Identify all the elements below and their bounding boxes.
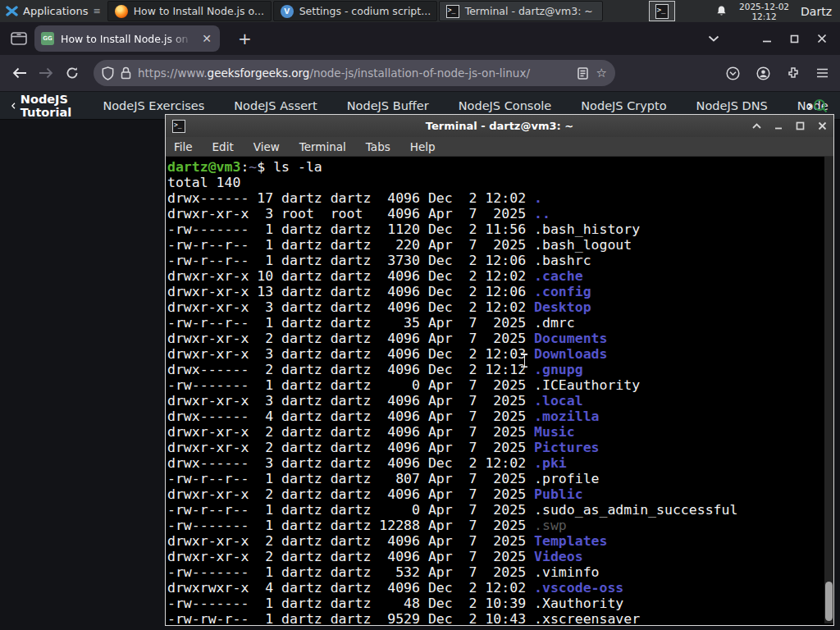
terminal-scrollbar[interactable] bbox=[824, 157, 833, 623]
file-name: Public bbox=[534, 486, 583, 502]
terminal-line: drwxrwxr-x 4 dartz dartz 4096 Dec 2 12:0… bbox=[167, 580, 833, 596]
terminal-line: -rw------- 1 dartz dartz 0 Apr 7 2025 .I… bbox=[167, 377, 833, 393]
terminal-line: drwxr-xr-x 2 dartz dartz 4096 Apr 7 2025… bbox=[167, 424, 833, 440]
file-name: .ICEauthority bbox=[534, 377, 640, 393]
nav-back-link[interactable]: NodeJS Tutorial bbox=[11, 93, 75, 119]
pocket-save-icon[interactable] bbox=[726, 66, 740, 80]
window-taskbar: How to Install Node.js o... V Settings -… bbox=[107, 0, 604, 22]
applications-menu-button[interactable]: Applications ≡ bbox=[0, 0, 107, 22]
terminal-menubar: File Edit View Terminal Tabs Help bbox=[166, 137, 833, 157]
forward-button[interactable] bbox=[33, 60, 59, 86]
terminal-line: -rw------- 1 dartz dartz 1120 Dec 2 11:5… bbox=[167, 221, 833, 237]
terminal-icon: >_ bbox=[655, 4, 669, 19]
browser-toolbar: https://www.geeksforgeeks.org/node-js/in… bbox=[0, 55, 840, 92]
taskbar-window-label: Terminal - dartz@vm3: ~ bbox=[465, 5, 593, 17]
typed-command: ls -la bbox=[273, 159, 322, 175]
account-profile-icon[interactable] bbox=[756, 66, 770, 80]
taskbar-window-terminal[interactable]: >_ Terminal - dartz@vm3: ~ bbox=[439, 1, 603, 21]
clock-time: 12:12 bbox=[739, 11, 789, 21]
notification-bell-icon[interactable] bbox=[715, 5, 728, 17]
menu-tabs[interactable]: Tabs bbox=[366, 140, 390, 153]
nav-item[interactable]: NodeJS Exercises bbox=[103, 99, 204, 112]
file-name: .bash_history bbox=[534, 221, 640, 237]
taskbar-window-label: How to Install Node.js o... bbox=[134, 5, 264, 17]
terminal-total-line: total 140 bbox=[167, 175, 833, 190]
firefox-icon bbox=[115, 5, 128, 18]
tab-close-icon[interactable]: ✕ bbox=[200, 32, 213, 45]
taskbar-window-label: Settings - codium script... bbox=[299, 5, 431, 17]
terminal-line: -rw-r--r-- 1 dartz dartz 35 Apr 7 2025 .… bbox=[167, 315, 833, 331]
menu-file[interactable]: File bbox=[174, 140, 193, 153]
nav-item[interactable]: NodeJS Crypto bbox=[581, 99, 666, 112]
terminal-line: drwxr-xr-x 2 dartz dartz 4096 Apr 7 2025… bbox=[167, 331, 833, 346]
menu-view[interactable]: View bbox=[253, 140, 280, 153]
file-name: .gnupg bbox=[534, 362, 583, 377]
window-minimize-button[interactable] bbox=[762, 34, 772, 43]
terminal-line: -rw-r--r-- 1 dartz dartz 220 Apr 7 2025 … bbox=[167, 237, 833, 253]
terminal-close-button[interactable] bbox=[818, 121, 827, 130]
nav-scroll-chevron-icon[interactable]: › bbox=[807, 97, 813, 114]
terminal-listing: drwx------ 17 dartz dartz 4096 Dec 2 12:… bbox=[167, 190, 833, 623]
terminal-line: -rw-rw-r-- 1 dartz dartz 9529 Dec 2 10:4… bbox=[167, 611, 833, 623]
terminal-launcher-button[interactable]: >_ bbox=[649, 1, 675, 21]
menu-edit[interactable]: Edit bbox=[212, 140, 234, 153]
file-name: Documents bbox=[534, 331, 607, 346]
terminal-line: -rw------- 1 dartz dartz 48 Dec 2 10:39 … bbox=[167, 596, 833, 611]
codium-icon: V bbox=[281, 5, 294, 18]
file-name: .local bbox=[534, 393, 583, 409]
browser-tab-active[interactable]: GG How to Install Node.js on ✕ bbox=[34, 25, 220, 52]
terminal-line: drwx------ 3 dartz dartz 4096 Dec 2 12:0… bbox=[167, 455, 833, 471]
tracking-protection-shield-icon[interactable] bbox=[102, 66, 114, 80]
window-maximize-button[interactable] bbox=[790, 34, 799, 43]
nav-item[interactable]: NodeJS Console bbox=[459, 99, 552, 112]
url-bar[interactable]: https://www.geeksforgeeks.org/node-js/in… bbox=[94, 60, 615, 86]
menu-terminal[interactable]: Terminal bbox=[299, 140, 346, 153]
terminal-minimize-button[interactable] bbox=[774, 122, 783, 130]
taskbar-window-codium[interactable]: V Settings - codium script... bbox=[273, 1, 437, 21]
terminal-line: drwxr-xr-x 3 dartz dartz 4096 Dec 2 12:0… bbox=[167, 346, 833, 362]
lock-icon[interactable] bbox=[121, 66, 131, 80]
back-button[interactable] bbox=[7, 60, 33, 86]
terminal-titlebar[interactable]: >_ Terminal - dartz@vm3: ~ bbox=[166, 115, 833, 137]
file-name: . bbox=[534, 190, 542, 206]
file-name: .viminfo bbox=[534, 564, 599, 580]
new-tab-button[interactable]: + bbox=[231, 29, 258, 48]
file-name: .config bbox=[534, 284, 591, 299]
file-name: Templates bbox=[534, 533, 607, 549]
app-menu-hamburger-icon[interactable] bbox=[816, 68, 829, 78]
bookmark-star-icon[interactable]: ☆ bbox=[596, 66, 607, 80]
clock-date: 2025-12-02 bbox=[739, 2, 789, 11]
terminal-shade-button[interactable] bbox=[752, 123, 761, 129]
file-name: .bashrc bbox=[534, 253, 591, 268]
taskbar-window-firefox[interactable]: How to Install Node.js o... bbox=[107, 1, 272, 21]
desktop: Applications ≡ How to Install Node.js o.… bbox=[0, 0, 840, 630]
file-name: .bash_logout bbox=[534, 237, 632, 253]
user-menu[interactable]: Dartz bbox=[801, 5, 832, 18]
terminal-window: >_ Terminal - dartz@vm3: ~ File Edit bbox=[165, 114, 834, 626]
geeksforgeeks-favicon-icon: GG bbox=[41, 32, 54, 45]
clock[interactable]: 2025-12-02 12:12 bbox=[739, 2, 789, 21]
list-all-tabs-chevron-icon[interactable] bbox=[708, 35, 719, 42]
menu-help[interactable]: Help bbox=[410, 140, 436, 153]
window-close-button[interactable] bbox=[817, 34, 827, 43]
tabbar-right-controls bbox=[708, 34, 840, 43]
terminal-line: -rw-r--r-- 1 dartz dartz 807 Apr 7 2025 … bbox=[167, 471, 833, 486]
nav-item[interactable]: NodeJS DNS bbox=[696, 99, 768, 112]
toolbar-right-icons bbox=[726, 66, 840, 80]
terminal-scrollbar-thumb[interactable] bbox=[825, 582, 833, 621]
terminal-line: drwxr-xr-x 3 dartz dartz 4096 Dec 2 12:0… bbox=[167, 299, 833, 315]
terminal-line: drwxr-xr-x 13 dartz dartz 4096 Dec 2 12:… bbox=[167, 284, 833, 299]
terminal-content[interactable]: dartz@vm3:~$ ls -la total 140 drwx------… bbox=[166, 157, 833, 623]
reload-button[interactable] bbox=[59, 60, 85, 86]
browser-tab-bar: GG How to Install Node.js on ✕ + bbox=[0, 22, 840, 55]
reader-mode-icon[interactable] bbox=[578, 67, 588, 80]
firefox-view-button[interactable] bbox=[7, 27, 31, 50]
terminal-maximize-button[interactable] bbox=[796, 121, 805, 130]
extensions-puzzle-icon[interactable] bbox=[787, 66, 800, 80]
file-name: .dmrc bbox=[534, 315, 575, 331]
file-name: Pictures bbox=[534, 440, 599, 455]
site-search-icon[interactable] bbox=[813, 98, 828, 113]
nav-item[interactable]: NodeJS Buffer bbox=[347, 99, 429, 112]
file-name: .mozilla bbox=[534, 409, 599, 424]
nav-item[interactable]: NodeJS Assert bbox=[234, 99, 317, 112]
